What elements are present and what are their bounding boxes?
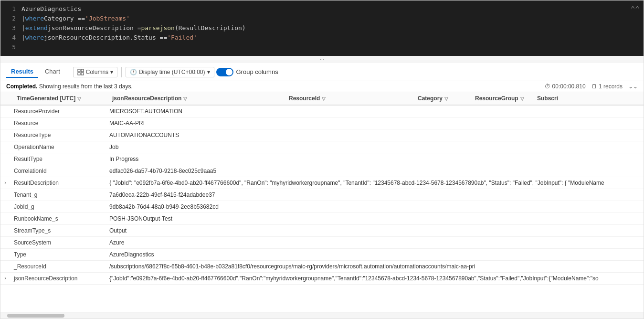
field-label: RunbookName_s (10, 213, 106, 224)
filter-icon-resid[interactable]: ▽ (322, 96, 326, 101)
resize-handle[interactable]: ··· (0, 56, 644, 63)
query-line-5: 5 (6, 43, 638, 52)
col-header-jsonres[interactable]: jsonResourceDescription ▽ (108, 92, 285, 105)
tab-chart[interactable]: Chart (40, 66, 65, 78)
field-label: ResourceProvider (10, 106, 106, 117)
columns-label: Columns (86, 69, 108, 75)
clock-icon: 🕐 (130, 69, 137, 75)
table-row: SourceSystem Azure (0, 237, 644, 249)
status-right: ⏱ 00:00:00.810 🗒 1 records ⌄⌄ (545, 83, 638, 90)
svg-rect-1 (81, 69, 84, 72)
field-value: Job (106, 141, 644, 153)
status-description: Showing results from the last 3 days. (39, 83, 133, 90)
tab-results[interactable]: Results (6, 66, 38, 78)
expand-placeholder (0, 225, 10, 236)
collapse-editor-button[interactable]: ⌃⌃ (631, 4, 640, 13)
columns-button[interactable]: Columns ▾ (73, 67, 117, 77)
field-value: /subscriptions/68627f8c-65b8-4601-b48e-b… (106, 261, 644, 272)
results-table-wrapper: TimeGenerated [UTC] ▽ jsonResourceDescri… (0, 92, 644, 319)
filter-icon-resgrp[interactable]: ▽ (520, 96, 524, 101)
field-label: jsonResourceDescription (10, 273, 106, 284)
col-header-resid[interactable]: ResourceId ▽ (285, 92, 414, 105)
col-header-category[interactable]: Category ▽ (414, 92, 471, 105)
table-icon: 🗒 (591, 83, 597, 90)
field-label: ResourceType (10, 129, 106, 141)
query-line-2: 2 | where Category == 'JobStreams' (6, 14, 638, 23)
table-body: ResourceProvider MICROSOFT.AUTOMATION Re… (0, 106, 644, 312)
col-resgrp-label: ResourceGroup (475, 95, 518, 102)
group-columns-toggle-container: Group columns (216, 68, 278, 76)
display-time-label: Display time (UTC+00:00) (139, 69, 205, 75)
field-value: Output (106, 225, 644, 236)
table-row: ResourceProvider MICROSOFT.AUTOMATION (0, 106, 644, 117)
horizontal-scrollbar[interactable] (0, 312, 644, 319)
query-line-3: 3 | extend jsonResourceDescription = par… (6, 23, 638, 33)
expand-placeholder (0, 117, 10, 129)
field-label: Tenant_g (10, 189, 106, 201)
svg-rect-0 (78, 69, 80, 72)
display-time-button[interactable]: 🕐 Display time (UTC+00:00) ▾ (126, 67, 214, 77)
horizontal-scroll-thumb[interactable] (7, 314, 64, 318)
group-columns-toggle[interactable] (216, 68, 233, 76)
expand-placeholder (0, 106, 10, 117)
field-value: MICROSOFT.AUTOMATION (106, 106, 644, 117)
field-label: ResultDescription (10, 177, 106, 189)
toolbar-separator-2 (121, 67, 122, 77)
expand-placeholder (0, 201, 10, 213)
field-label: SourceSystem (10, 237, 106, 248)
field-value: 9db8a42b-76d4-48a0-b949-2ee8b53682cd (106, 201, 644, 213)
table-row-expandable: › ResultDescription { "JobId": "e092fb7a… (0, 177, 644, 189)
row-expand-button[interactable]: › (0, 177, 10, 189)
table-header: TimeGenerated [UTC] ▽ jsonResourceDescri… (0, 92, 644, 106)
group-columns-label: Group columns (236, 68, 278, 75)
col-header-timegen[interactable]: TimeGenerated [UTC] ▽ (13, 92, 108, 105)
filter-icon-cat[interactable]: ▽ (444, 96, 448, 101)
filter-icon-jsonres[interactable]: ▽ (183, 96, 187, 101)
expand-placeholder (0, 153, 10, 165)
field-value: POSH-JSONOutput-Test (106, 213, 644, 224)
status-left: Completed. Showing results from the last… (6, 83, 133, 90)
col-header-resgroup[interactable]: ResourceGroup ▽ (471, 92, 533, 105)
expand-placeholder (0, 213, 10, 224)
field-label: JobId_g (10, 201, 106, 213)
toolbar-separator-1 (69, 67, 69, 77)
field-label: _ResourceId (10, 261, 106, 272)
query-editor[interactable]: 1 AzureDiagnostics 2 | where Category ==… (0, 0, 644, 56)
field-value: 7a6d0eca-222b-49cf-8415-f24adabdee37 (106, 189, 644, 201)
row-expand-button-2[interactable]: › (0, 273, 10, 284)
field-value: MAIC-AA-PRI (106, 117, 644, 129)
expand-results-button[interactable]: ⌄⌄ (628, 83, 638, 90)
status-bar: Completed. Showing results from the last… (0, 81, 644, 92)
field-label: StreamType_s (10, 225, 106, 236)
duration-value: 00:00:00.810 (552, 83, 586, 90)
filter-icon-timegen[interactable]: ▽ (77, 96, 81, 101)
expand-placeholder (0, 129, 10, 141)
table-row: Type AzureDiagnostics (0, 249, 644, 261)
col-cat-label: Category (418, 95, 443, 102)
chevron-down-icon-2: ▾ (207, 69, 210, 75)
table-row: CorrelationId edfac026-da57-4b70-9218-8e… (0, 165, 644, 177)
table-row-expandable-2: › jsonResourceDescription {"JobId":"e092… (0, 273, 644, 285)
table-row: OperationName Job (0, 141, 644, 153)
field-label: Resource (10, 117, 106, 129)
query-line-1: 1 AzureDiagnostics (6, 4, 638, 14)
chevron-down-icon: ▾ (110, 69, 113, 75)
field-value: AzureDiagnostics (106, 249, 644, 260)
expand-placeholder (0, 141, 10, 153)
query-line-4: 4 | where jsonResourceDescription.Status… (6, 33, 638, 43)
table-row: RunbookName_s POSH-JSONOutput-Test (0, 213, 644, 225)
field-label: ResultType (10, 153, 106, 165)
table-row: StreamType_s Output (0, 225, 644, 237)
table-row: ResourceType AUTOMATIONACCOUNTS (0, 129, 644, 141)
field-value: edfac026-da57-4b70-9218-8ec025c9aaa5 (106, 165, 644, 177)
svg-rect-3 (81, 73, 84, 75)
col-timegen-label: TimeGenerated [UTC] (17, 95, 75, 102)
columns-grid-icon (77, 69, 84, 75)
expand-placeholder (0, 237, 10, 248)
status-completed: Completed. (6, 83, 37, 90)
svg-rect-2 (78, 73, 80, 75)
field-value: {"JobId":"e092fb7a-6f6e-4bd0-ab20-ff4677… (106, 273, 644, 284)
results-toolbar: Results Chart Columns ▾ 🕐 Display time (… (0, 63, 644, 81)
col-resid-label: ResourceId (289, 95, 320, 102)
col-header-subscri[interactable]: Subscri (533, 92, 562, 105)
